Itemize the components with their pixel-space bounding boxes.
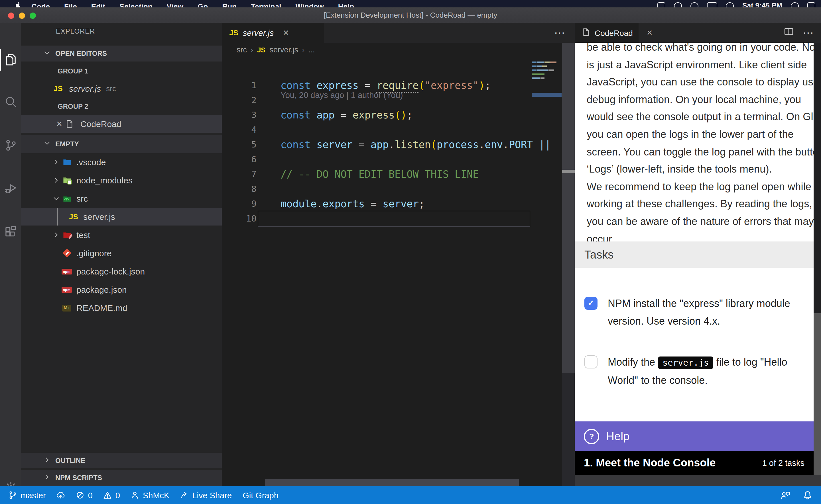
code-text xyxy=(257,182,281,196)
open-editor-server.js[interactable]: JSserver.jssrc xyxy=(21,80,222,97)
code-line[interactable]: 7// -- DO NOT EDIT BELOW THIS LINE xyxy=(222,167,562,182)
breadcrumb-item-...[interactable]: ... xyxy=(309,46,315,54)
code-text xyxy=(257,152,281,167)
tree-item-test[interactable]: test xyxy=(21,226,222,244)
spotlight-icon[interactable] xyxy=(791,2,799,7)
tree-item-package-lockjson[interactable]: npmpackage-lock.json xyxy=(21,263,222,280)
checkbox-checked[interactable]: ✓ xyxy=(584,297,597,310)
code-line[interactable]: 1const express = require("express"); xyxy=(222,78,562,93)
section-npm-scripts[interactable]: NPM SCRIPTS xyxy=(21,470,222,486)
feedback-icon[interactable] xyxy=(781,490,790,500)
sync-icon[interactable] xyxy=(691,2,699,7)
split-editor-icon[interactable] xyxy=(784,27,794,39)
coderoad-webview: be able to check what's going on in your… xyxy=(575,43,814,475)
statusbar-live-share[interactable]: Live Share xyxy=(180,491,232,500)
section-outline[interactable]: OUTLINE xyxy=(21,453,222,468)
breadcrumb-item-src[interactable]: src xyxy=(237,46,247,54)
code-line[interactable]: 9module.exports = server; xyxy=(222,196,562,211)
activity-item-extensions[interactable] xyxy=(0,219,21,245)
menu-item-view[interactable]: View xyxy=(167,2,183,7)
tree-item-packagejson[interactable]: npmpackage.json xyxy=(21,281,222,298)
activity-item-search[interactable] xyxy=(0,89,21,115)
panel-more-icon[interactable]: ⋯ xyxy=(803,26,814,39)
breadcrumb-separator-icon: › xyxy=(302,46,305,54)
menu-item-go[interactable]: Go xyxy=(197,2,208,7)
menu-item-selection[interactable]: Selection xyxy=(119,2,152,7)
line-number: 6 xyxy=(222,152,257,167)
tree-item-READMEmd[interactable]: M↓README.md xyxy=(21,299,222,317)
close-tab-icon[interactable]: ✕ xyxy=(283,28,289,37)
code-line[interactable]: 5const server = app.listen(process.env.P… xyxy=(222,137,562,152)
task-item: ✓NPM install the "express" library modul… xyxy=(584,295,800,330)
tasks-header: Tasks xyxy=(575,241,814,268)
code-line[interactable]: 4 xyxy=(222,122,562,137)
tab-server-js[interactable]: JS server.js ✕ xyxy=(222,23,324,43)
chevron-right-icon xyxy=(52,231,62,239)
source-control-icon xyxy=(4,139,17,151)
statusbar-master[interactable]: master xyxy=(9,491,46,500)
menu-item-terminal[interactable]: Terminal xyxy=(251,2,281,7)
webview-scrollbar[interactable] xyxy=(814,43,821,475)
statusbar-0[interactable]: 0 xyxy=(76,491,93,500)
menubar-clock[interactable]: Sat 9:45 PM xyxy=(742,2,782,7)
line-number: 2 xyxy=(222,93,257,108)
menu-item-help[interactable]: Help xyxy=(338,2,354,7)
wifi-icon[interactable] xyxy=(726,2,734,7)
open-editor-coderoad[interactable]: ✕CodeRoad xyxy=(21,115,222,133)
breadcrumb[interactable]: src›JSserver.js›... xyxy=(222,43,562,57)
paragraph-line: you can be aware of the nature of errors… xyxy=(587,213,806,230)
editor-group[interactable]: JS server.js ✕ ⋯ src›JSserver.js›... You… xyxy=(222,23,575,486)
help-bar[interactable]: ? Help xyxy=(575,421,814,451)
code-lines[interactable]: 1const express = require("express");23co… xyxy=(222,78,562,226)
battery-icon[interactable] xyxy=(707,2,717,7)
tree-item-serverjs[interactable]: JSserver.js xyxy=(21,208,222,226)
sash-handle[interactable] xyxy=(562,170,575,173)
tree-item-label: node_modules xyxy=(76,175,132,185)
display-icon[interactable] xyxy=(658,2,665,7)
close-panel-tab-icon[interactable]: ✕ xyxy=(647,28,653,37)
lesson-footer[interactable]: 1. Meet the Node Console 1 of 2 tasks xyxy=(575,451,814,475)
editor-panel-sash[interactable] xyxy=(562,43,575,486)
minimap[interactable] xyxy=(532,62,561,80)
code-line[interactable]: 3const app = express(); xyxy=(222,108,562,122)
code-text: // -- DO NOT EDIT BELOW THIS LINE xyxy=(257,167,479,182)
control-center-icon[interactable] xyxy=(807,2,815,7)
tab-coderoad[interactable]: CodeRoad ✕ xyxy=(575,23,639,43)
macos-menu-bar: CodeFileEditSelectionViewGoRunTerminalWi… xyxy=(0,0,821,7)
folder-vscode-icon xyxy=(62,157,72,167)
tree-item-node_modules[interactable]: node_modules xyxy=(21,171,222,189)
bell-icon[interactable] xyxy=(803,490,812,500)
files-icon xyxy=(4,54,17,66)
checkbox-unchecked[interactable] xyxy=(584,355,597,368)
code-line[interactable]: 2 xyxy=(222,93,562,108)
menu-item-run[interactable]: Run xyxy=(222,2,237,7)
task-text: NPM install the "express" library module… xyxy=(608,295,800,330)
statusbar-cloud-upload[interactable] xyxy=(57,491,65,499)
close-editor-icon[interactable]: ✕ xyxy=(54,120,65,128)
horizontal-scrollbar[interactable] xyxy=(265,479,519,486)
code-text: const server = app.listen(process.env.PO… xyxy=(257,137,551,152)
section-open-editors[interactable]: OPEN EDITORS xyxy=(21,46,222,62)
tree-item-src[interactable]: </>src xyxy=(21,190,222,207)
breadcrumb-separator-icon: › xyxy=(251,46,253,54)
code-line[interactable]: 8 xyxy=(222,182,562,196)
menu-item-file[interactable]: File xyxy=(64,2,77,7)
activity-item-run-debug[interactable] xyxy=(0,175,21,202)
menu-item-code[interactable]: Code xyxy=(31,2,50,7)
task-progress-badge: 1 of 2 tasks xyxy=(762,458,804,468)
breadcrumb-item-server.js[interactable]: server.js xyxy=(270,46,298,54)
menu-item-edit[interactable]: Edit xyxy=(91,2,105,7)
group-label: GROUP 1 xyxy=(21,67,88,75)
activity-item-explorer[interactable] xyxy=(0,47,21,73)
statusbar-shmck[interactable]: ShMcK xyxy=(131,491,169,500)
tree-item-gitignore[interactable]: .gitignore xyxy=(21,244,222,262)
shield-icon[interactable] xyxy=(674,2,682,7)
code-line[interactable]: 6 xyxy=(222,152,562,167)
editor-actions-more-icon[interactable]: ⋯ xyxy=(554,23,565,43)
statusbar-git-graph[interactable]: Git Graph xyxy=(243,491,279,500)
activity-item-source-control[interactable] xyxy=(0,132,21,158)
statusbar-0[interactable]: 0 xyxy=(103,491,120,500)
menu-item-window[interactable]: Window xyxy=(295,2,324,7)
tree-item-vscode[interactable]: .vscode xyxy=(21,153,222,171)
section-workspace-empty[interactable]: EMPTY xyxy=(21,135,222,153)
